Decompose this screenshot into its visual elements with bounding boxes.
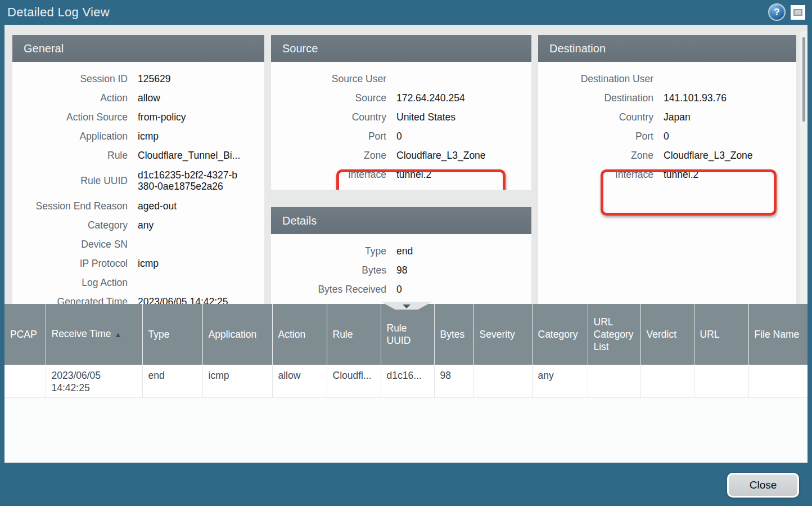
column-header-url[interactable]: URL [694, 304, 748, 365]
titlebar-icons: ? [769, 5, 805, 20]
field-row-source-interface: Interfacetunnel.2 [271, 165, 531, 184]
field-label: Source User [271, 73, 386, 84]
log-table-row[interactable]: 2023/06/05 14:42:25 end icmp allow Cloud… [4, 365, 808, 397]
cell-pcap [4, 365, 46, 397]
column-header-type[interactable]: Type [142, 304, 202, 365]
scrollbar-thumb[interactable] [802, 37, 805, 122]
column-header-severity[interactable]: Severity [473, 304, 532, 365]
field-value: 0 [396, 284, 402, 295]
column-header-rule-uuid[interactable]: Rule UUID [381, 304, 434, 365]
log-table-section: PCAP Receive Time▲ Type Application Acti… [4, 304, 808, 463]
cell-rule-uuid: d1c16... [381, 365, 434, 397]
column-header-label: Severity [480, 329, 515, 340]
field-label: Destination User [538, 73, 653, 84]
field-value: tunnel.2 [664, 169, 698, 180]
field-row-application: Applicationicmp [12, 127, 264, 146]
field-row-destination: Destination141.101.93.76 [538, 88, 796, 108]
cell-action: allow [272, 365, 327, 397]
field-row-bytes-received: Bytes Received0 [271, 280, 531, 299]
field-row-ip-protocol: IP Protocolicmp [12, 254, 264, 273]
column-header-label: Bytes [440, 329, 465, 340]
field-label: Country [538, 111, 653, 123]
field-row-rule: RuleCloudflare_Tunnel_Bi... [12, 146, 264, 165]
column-header-label: Type [148, 329, 170, 340]
column-header-file-name[interactable]: File Name [748, 304, 808, 365]
field-label: Bytes [271, 265, 386, 276]
field-row-source: Source172.64.240.254 [271, 88, 531, 108]
column-header-pcap[interactable]: PCAP [4, 304, 46, 365]
scrollbar-track[interactable] [800, 32, 808, 304]
field-label: Category [12, 220, 128, 231]
field-label: Interface [271, 169, 386, 180]
column-header-label: Application [209, 329, 257, 340]
field-value: 0 [396, 131, 402, 142]
column-header-label: Action [278, 329, 306, 340]
panel-details: Details Typeend Bytes98 Bytes Received0 [271, 207, 531, 304]
field-label: Port [271, 131, 386, 142]
help-glyph: ? [774, 7, 779, 18]
field-label: Session End Reason [12, 200, 128, 212]
column-header-verdict[interactable]: Verdict [640, 304, 694, 365]
field-label: Country [271, 111, 386, 123]
column-header-url-category-list[interactable]: URL Category List [588, 304, 640, 365]
field-label: Action [12, 92, 128, 104]
field-row-action: Actionallow [12, 88, 264, 108]
help-icon[interactable]: ? [769, 5, 784, 20]
cell-receive-time: 2023/06/05 14:42:25 [46, 365, 142, 397]
column-header-label: PCAP [10, 329, 37, 340]
field-value: 98 [396, 265, 407, 276]
cell-severity [473, 365, 532, 397]
cell-category: any [532, 365, 588, 397]
field-label: Application [12, 131, 128, 142]
field-row-source-country: CountryUnited States [271, 108, 531, 127]
field-row-destination-user: Destination User [538, 69, 796, 88]
detailed-log-view-dialog: Detailed Log View ? General Session ID12… [0, 0, 812, 506]
field-label: IP Protocol [12, 258, 128, 269]
window-icon[interactable] [791, 5, 805, 20]
field-label: Rule UUID [12, 175, 128, 186]
column-header-action[interactable]: Action [272, 304, 327, 365]
column-header-label: URL [700, 329, 720, 340]
column-header-bytes[interactable]: Bytes [434, 304, 473, 365]
field-row-rule-uuid: Rule UUIDd1c16235-b2f2-4327-b380-0ae1875… [12, 165, 264, 196]
field-value: United States [396, 111, 455, 123]
column-header-receive-time[interactable]: Receive Time▲ [46, 304, 142, 365]
column-header-label: URL Category List [594, 316, 634, 352]
field-value: Cloudflare_L3_Zone [396, 150, 486, 161]
column-header-label: Rule [333, 329, 353, 340]
field-row-destination-interface: Interfacetunnel.2 [538, 165, 796, 184]
field-value: 0 [664, 131, 669, 142]
column-header-category[interactable]: Category [532, 304, 588, 365]
field-label: Zone [538, 150, 653, 161]
field-value: 172.64.240.254 [396, 92, 465, 104]
field-label: Type [271, 245, 386, 257]
column-header-label: Verdict [647, 329, 677, 340]
sort-ascending-icon: ▲ [115, 330, 122, 339]
field-label: Log Action [12, 277, 128, 288]
close-button[interactable]: Close [727, 473, 799, 498]
column-header-rule[interactable]: Rule [327, 304, 381, 365]
field-row-log-action: Log Action [12, 273, 264, 292]
field-row-source-zone: ZoneCloudflare_L3_Zone [271, 146, 531, 165]
field-label: Bytes Received [271, 284, 386, 295]
cell-rule: Cloudfl... [327, 365, 381, 397]
field-row-type: Typeend [271, 241, 531, 261]
field-value: d1c16235-b2f2-4327-b380-0ae1875e2a26 [138, 169, 238, 192]
field-value: tunnel.2 [396, 169, 431, 180]
column-header-label: Rule UUID [387, 323, 411, 346]
field-value: 2023/06/05 14:42:25 [138, 296, 228, 304]
column-header-application[interactable]: Application [202, 304, 272, 365]
field-value: 141.101.93.76 [664, 92, 727, 104]
field-row-source-user: Source User [271, 69, 531, 88]
detail-panels-pane: General Session ID125629 Actionallow Act… [4, 25, 808, 304]
cell-url-category-list [588, 365, 640, 397]
field-row-source-port: Port0 [271, 127, 531, 146]
cell-bytes: 98 [434, 365, 473, 397]
cell-type: end [142, 365, 202, 397]
field-value: aged-out [138, 200, 177, 212]
panel-source: Source Source User Source172.64.240.254 … [271, 35, 531, 190]
cell-file-name [748, 365, 808, 397]
field-row-bytes: Bytes98 [271, 261, 531, 280]
cell-application: icmp [202, 365, 272, 397]
dialog-title: Detailed Log View [7, 5, 110, 20]
